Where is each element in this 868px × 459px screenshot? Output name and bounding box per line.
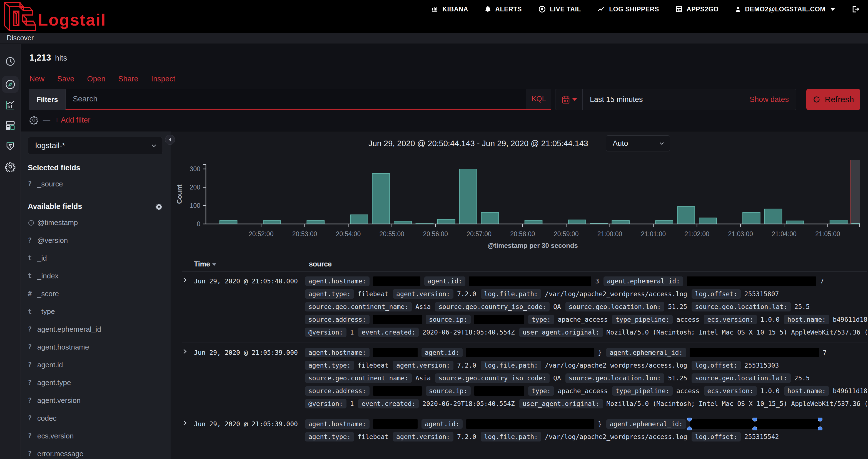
sidebar-item-discover[interactable] [0, 74, 21, 95]
histogram-bar[interactable] [307, 221, 324, 224]
field-item-agent.type[interactable]: ?agent.type [28, 374, 163, 392]
field-item-error.message[interactable]: ?error.message [28, 445, 163, 459]
inspect-button[interactable]: Inspect [151, 75, 175, 83]
page-title: Discover [7, 34, 34, 42]
histogram-bar[interactable] [372, 174, 390, 224]
histogram-bar[interactable] [481, 212, 499, 224]
field-item-agent.ephemeral_id[interactable]: ?agent.ephemeral_id [28, 320, 163, 338]
shield-icon [5, 141, 15, 151]
expand-row-button[interactable] [182, 418, 194, 443]
field-key-pill: source.geo.country_iso_code: [435, 302, 550, 311]
nav-kibana[interactable]: KIBANA [431, 5, 468, 13]
fields-settings-gear-icon[interactable] [155, 203, 163, 211]
sidebar-item-visualize[interactable] [0, 95, 21, 115]
histogram-bar[interactable] [350, 215, 368, 224]
interval-select[interactable]: Auto [606, 135, 670, 151]
field-key-pill: source.geo.location.lat: [691, 373, 790, 383]
search-placeholder: Search [66, 94, 526, 103]
field-name: ecs.version [37, 432, 74, 440]
collapse-sidebar-button[interactable] [165, 135, 175, 145]
histogram-bar[interactable] [438, 219, 455, 224]
field-item-_type[interactable]: t_type [28, 303, 163, 320]
field-item-ecs.version[interactable]: ?ecs.version [28, 427, 163, 445]
sidebar-item-dashboard[interactable] [0, 115, 21, 136]
field-item-_score[interactable]: #_score [28, 285, 163, 303]
clock-icon [28, 219, 34, 226]
time-range-value[interactable]: Last 15 minutes [583, 95, 750, 104]
logstail-logo-icon [3, 1, 36, 32]
logout-button[interactable] [851, 5, 860, 13]
field-item-@version[interactable]: ?@version [28, 232, 163, 249]
add-filter-button[interactable]: + Add filter [55, 116, 90, 124]
field-item-_id[interactable]: t_id [28, 249, 163, 267]
field-value: } [598, 349, 602, 356]
column-header-time[interactable]: Time [194, 260, 305, 268]
nav-live-tail[interactable]: LIVE TAIL [538, 5, 581, 13]
filters-button[interactable]: Filters [29, 89, 66, 110]
field-item-agent.hostname[interactable]: ?agent.hostname [28, 338, 163, 356]
histogram-bar[interactable] [568, 220, 586, 224]
recent-items-button[interactable] [0, 51, 21, 72]
show-dates-button[interactable]: Show dates [750, 95, 796, 104]
histogram-bar[interactable] [786, 221, 804, 224]
histogram-bar[interactable] [612, 221, 630, 224]
field-item-_source[interactable]: ?_source [28, 175, 163, 193]
histogram-bar[interactable] [765, 209, 782, 224]
field-name: _score [37, 289, 59, 298]
histogram-bar[interactable] [220, 221, 237, 224]
save-button[interactable]: Save [57, 75, 74, 83]
nav-account[interactable]: DEMO2@LOGSTAIL.COM [735, 5, 835, 13]
histogram-bar[interactable] [264, 221, 281, 224]
field-item-agent.id[interactable]: ?agent.id [28, 356, 163, 374]
histogram-bar[interactable] [525, 220, 542, 224]
selection-handle-icon[interactable] [752, 418, 757, 422]
selection-handle-icon[interactable] [687, 418, 692, 422]
column-header-source[interactable]: _source [305, 260, 867, 268]
expand-row-button[interactable] [182, 275, 194, 339]
field-item-codec[interactable]: ?codec [28, 409, 163, 427]
selection-handle-icon[interactable] [687, 427, 692, 430]
histogram-bar[interactable] [830, 220, 847, 224]
sidebar-item-management[interactable] [0, 156, 21, 177]
histogram-bar[interactable] [699, 218, 717, 224]
redacted-value [373, 276, 421, 286]
nav-apps2go[interactable]: APPS2GO [675, 5, 718, 13]
index-pattern-select[interactable]: logstail-* [28, 137, 163, 154]
open-button[interactable]: Open [87, 75, 105, 83]
redacted-value [373, 419, 417, 429]
field-item-@timestamp[interactable]: @timestamp [28, 214, 163, 232]
chevron-down-icon [572, 98, 577, 101]
search-input[interactable]: Search KQL [66, 89, 551, 110]
field-item-_index[interactable]: t_index [28, 267, 163, 285]
selection-handle-icon[interactable] [752, 427, 757, 430]
histogram-bar[interactable] [743, 212, 760, 224]
field-value: 7 [823, 349, 827, 356]
filter-gear-icon[interactable] [29, 116, 38, 124]
sidebar-item-siem[interactable] [0, 136, 21, 156]
histogram-bar[interactable] [459, 169, 477, 224]
date-picker: Last 15 minutes Show dates [555, 89, 796, 110]
logstail-logo[interactable]: Logstail [3, 1, 106, 32]
selection-handle-icon[interactable] [818, 427, 823, 430]
refresh-button[interactable]: Refresh [806, 89, 860, 110]
kql-button[interactable]: KQL [526, 89, 551, 109]
selection-handle-icon[interactable] [818, 418, 823, 422]
redacted-value [474, 315, 524, 324]
calendar-button[interactable] [555, 89, 583, 110]
hits-label: hits [55, 54, 67, 62]
nav-alerts[interactable]: ALERTS [484, 5, 522, 13]
field-value: 51.25 [668, 303, 687, 310]
share-button[interactable]: Share [118, 75, 138, 83]
histogram-bar[interactable] [655, 221, 673, 224]
expand-row-button[interactable] [182, 346, 194, 410]
histogram-bar[interactable] [394, 221, 411, 224]
field-type-icon: ? [28, 237, 37, 244]
histogram[interactable]: 010020030020:52:0020:53:0020:54:0020:55:… [170, 152, 868, 249]
new-button[interactable]: New [29, 75, 44, 83]
field-key-pill: @version: [305, 328, 346, 337]
field-item-agent.version[interactable]: ?agent.version [28, 392, 163, 409]
field-value: QA [553, 303, 561, 310]
nav-log-shippers[interactable]: LOG SHIPPERS [597, 5, 659, 13]
field-key-pill: source.geo.country_iso_code: [435, 373, 550, 383]
histogram-bar[interactable] [677, 207, 695, 224]
